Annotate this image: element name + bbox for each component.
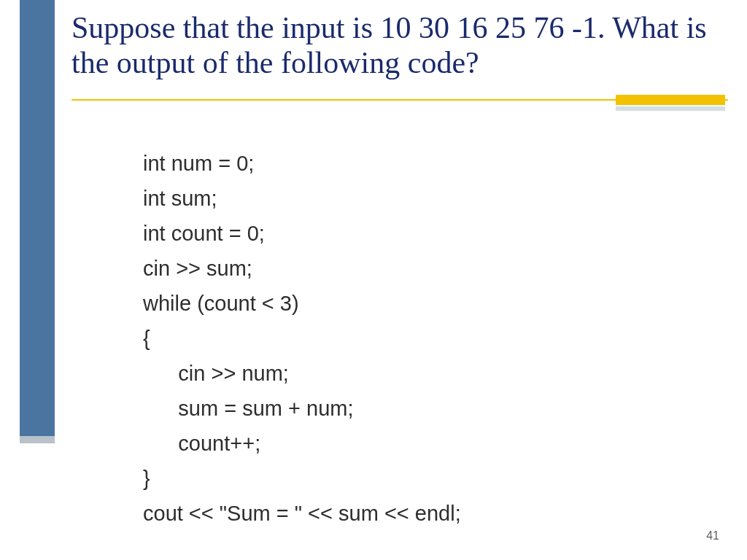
code-line: cout << "Sum = " << sum << endl; [143, 502, 461, 525]
decorative-left-accent [20, 436, 55, 443]
code-line: int count = 0; [143, 222, 265, 245]
underline-tab-shadow [616, 106, 725, 111]
code-line: int num = 0; [143, 152, 254, 175]
code-line: int sum; [143, 187, 217, 210]
code-line: } [143, 467, 150, 490]
decorative-left-bar [20, 0, 55, 438]
slide: Suppose that the input is 10 30 16 25 76… [0, 0, 747, 560]
page-number: 41 [706, 529, 719, 542]
code-block: int num = 0; int sum; int count = 0; cin… [143, 146, 461, 531]
code-line: cin >> num; [143, 362, 289, 385]
code-line: while (count < 3) [143, 292, 299, 315]
title-underline [71, 99, 728, 112]
code-line: cin >> sum; [143, 257, 252, 280]
code-line: { [143, 327, 150, 350]
code-line: sum = sum + num; [143, 397, 354, 420]
code-line: count++; [143, 432, 260, 455]
slide-title: Suppose that the input is 10 30 16 25 76… [71, 10, 713, 81]
underline-tab [616, 95, 725, 105]
